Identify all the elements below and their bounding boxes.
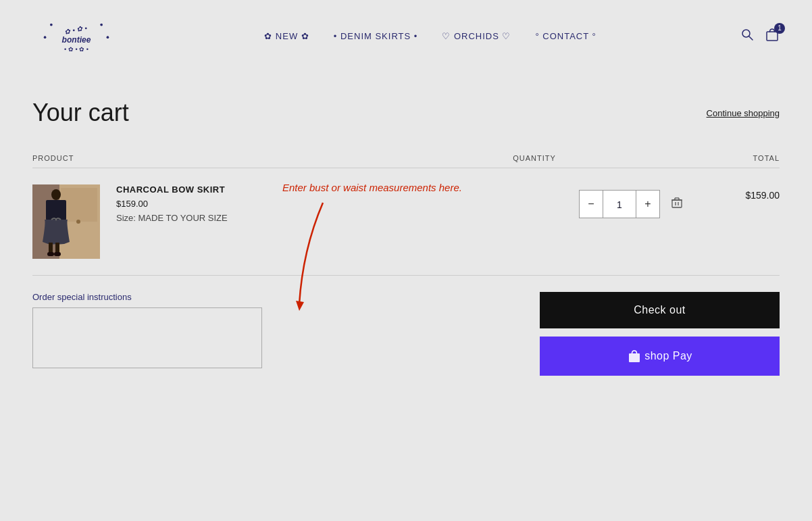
svg-line-8: [749, 36, 753, 40]
svg-point-13: [51, 189, 61, 200]
item-name: CHARCOAL BOW SKIRT: [116, 184, 550, 195]
cart-bottom: Order special instructions Check out sho…: [32, 292, 780, 376]
quantity-increase-button[interactable]: +: [636, 190, 660, 218]
special-instructions-label: Order special instructions: [32, 292, 303, 302]
cart-button[interactable]: 1: [765, 27, 780, 45]
delete-item-button[interactable]: [671, 197, 683, 212]
nav-contact[interactable]: ° CONTACT °: [536, 31, 597, 41]
col-header-total: TOTAL: [699, 154, 780, 162]
continue-shopping-button[interactable]: Continue shopping: [707, 108, 780, 118]
svg-rect-28: [629, 353, 640, 362]
svg-rect-12: [61, 188, 97, 222]
svg-point-19: [76, 220, 80, 224]
nav-denim[interactable]: • DENIM SKIRTS •: [334, 31, 418, 41]
shop-pay-button[interactable]: shop Pay: [540, 337, 780, 376]
col-header-product: PRODUCT: [32, 154, 370, 162]
main-nav: ✿ NEW ✿ • DENIM SKIRTS • ♡ ORCHIDS ♡ ° C…: [264, 31, 597, 41]
svg-rect-21: [672, 200, 682, 207]
search-icon: [740, 28, 754, 41]
item-details: CHARCOAL BOW SKIRT $159.00 Size: MADE TO…: [116, 184, 563, 223]
svg-point-7: [742, 30, 750, 37]
svg-text:bontiee: bontiee: [62, 35, 91, 45]
svg-point-4: [100, 24, 103, 26]
svg-rect-17: [47, 252, 54, 256]
trash-icon: [671, 197, 683, 209]
svg-point-5: [44, 36, 47, 39]
item-size: Size: MADE TO YOUR SIZE: [116, 213, 550, 223]
nav-orchids[interactable]: ♡ ORCHIDS ♡: [442, 31, 511, 41]
nav-new[interactable]: ✿ NEW ✿: [264, 31, 309, 41]
cart-header: Your cart Continue shopping: [32, 99, 780, 127]
item-price: $159.00: [116, 199, 550, 209]
cart-title: Your cart: [32, 99, 129, 127]
shop-bag-icon: [627, 349, 642, 364]
cart-count: 1: [774, 23, 785, 34]
logo[interactable]: ✿ • ✿ • bontiee • ✿ • ✿ •: [32, 12, 120, 59]
header-actions: 1: [740, 27, 780, 45]
svg-rect-14: [46, 200, 66, 220]
shop-pay-text: shop Pay: [644, 350, 692, 362]
quantity-controls: − 1 +: [563, 184, 699, 218]
checkout-button[interactable]: Check out: [540, 292, 780, 328]
shop-pay-logo: shop Pay: [627, 349, 692, 364]
svg-point-3: [50, 24, 53, 26]
table-row: CHARCOAL BOW SKIRT $159.00 Size: MADE TO…: [32, 168, 780, 276]
quantity-decrease-button[interactable]: −: [579, 190, 603, 218]
special-instructions-section: Order special instructions: [32, 292, 303, 371]
svg-text:✿ • ✿ •: ✿ • ✿ •: [64, 24, 88, 36]
svg-text:• ✿ • ✿ •: • ✿ • ✿ •: [64, 46, 88, 53]
cart-table-header: PRODUCT QUANTITY TOTAL: [32, 149, 780, 168]
size-label: Size:: [116, 213, 136, 223]
checkout-section: Check out shop Pay: [540, 292, 780, 376]
special-instructions-input[interactable]: [32, 307, 262, 368]
product-image: [32, 184, 100, 259]
size-value: MADE TO YOUR SIZE: [138, 213, 228, 223]
svg-point-6: [107, 36, 109, 39]
item-total: $159.00: [699, 184, 780, 201]
svg-rect-18: [54, 252, 61, 256]
search-button[interactable]: [740, 28, 754, 45]
col-header-quantity: QUANTITY: [467, 154, 602, 162]
quantity-value: 1: [603, 190, 636, 218]
